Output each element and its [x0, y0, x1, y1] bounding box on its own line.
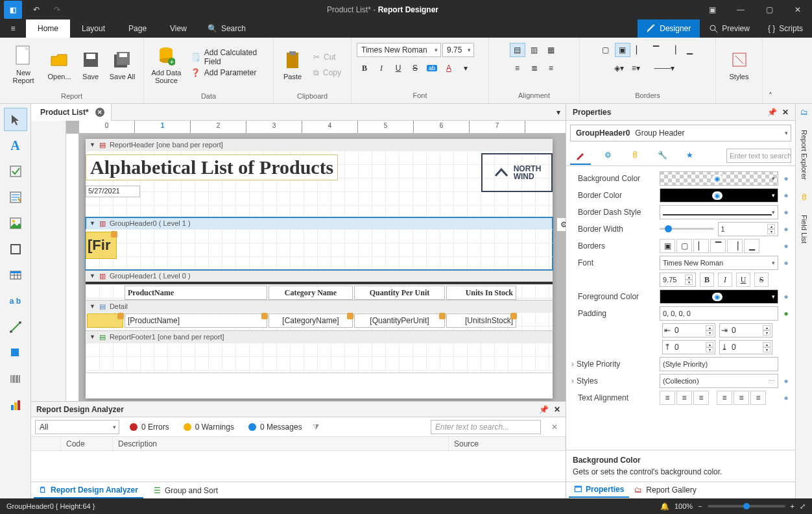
redo-button[interactable]: ↷: [47, 0, 67, 19]
props-tab-appearance[interactable]: [570, 147, 591, 165]
notifications-icon[interactable]: 🔔: [660, 502, 669, 511]
collapse-ribbon-button[interactable]: ˄: [763, 38, 778, 103]
add-calculated-field-button[interactable]: 🗒️ Add Calculated Field: [186, 50, 268, 64]
ribbon-options-button[interactable]: ▣: [698, 0, 726, 19]
paste-button[interactable]: Paste: [279, 40, 306, 90]
prop-text-alignment-value[interactable]: ≡ ≡ ≡ ≡ ≡ ≡: [660, 391, 778, 405]
prop-strike-button[interactable]: S: [754, 273, 769, 287]
color-picker-icon[interactable]: ◉: [712, 191, 722, 200]
border-top-button[interactable]: ▔: [649, 43, 664, 57]
prop-border-color-value[interactable]: ◉▾: [660, 188, 778, 202]
tab-analyzer[interactable]: 🗒Report Design Analyzer: [34, 483, 143, 498]
report-date-label[interactable]: 5/27/2021: [86, 186, 140, 197]
richtext-tool[interactable]: [4, 186, 27, 209]
border-width-button[interactable]: ≡▾: [628, 61, 644, 75]
detail-category[interactable]: [CategoryName]: [269, 313, 353, 328]
props-tab-misc[interactable]: 🔧: [652, 147, 673, 165]
zoom-in-button[interactable]: +: [791, 502, 794, 510]
zoom-slider[interactable]: [708, 505, 785, 508]
align-top-center-button[interactable]: ▥: [527, 43, 542, 57]
errors-stat[interactable]: 0 Errors: [126, 422, 173, 432]
band-report-header[interactable]: ▼ ▤ ReportHeader [one band per report] A…: [86, 139, 553, 217]
prop-style-priority-value[interactable]: (Style Priority): [660, 357, 778, 371]
add-parameter-button[interactable]: ❓ Add Parameter: [186, 66, 268, 80]
mode-scripts[interactable]: { } Scripts: [759, 19, 812, 38]
first-letter-label[interactable]: [Fir: [86, 232, 117, 259]
character-comb-tool[interactable]: a b: [4, 289, 27, 313]
font-size-combo[interactable]: 9.75▾: [442, 43, 474, 57]
band-group-header-1[interactable]: ▼ ▥ GroupHeader1 ( Level 0 ) ProductName…: [86, 270, 553, 300]
italic-button[interactable]: I: [374, 61, 389, 75]
forecolor-button[interactable]: A: [441, 61, 457, 75]
prop-padding-value[interactable]: 0, 0, 0, 0: [660, 306, 778, 321]
messages-stat[interactable]: 0 Messages: [245, 422, 306, 432]
border-width-slider[interactable]: [660, 222, 714, 236]
prop-background-color-value[interactable]: ◉▾: [660, 171, 778, 186]
pin-icon[interactable]: 📌: [539, 405, 549, 414]
doc-tab-menu[interactable]: ▾: [551, 108, 566, 117]
border-all-icon[interactable]: ▣: [660, 239, 675, 253]
line-tool[interactable]: [4, 315, 27, 339]
tab-properties[interactable]: 🗔Properties: [569, 482, 629, 498]
close-panel-icon[interactable]: ✕: [782, 108, 789, 117]
barcode-tool[interactable]: [4, 367, 27, 391]
analyzer-grid[interactable]: Code Description Source: [31, 437, 566, 482]
padding-top-input[interactable]: ⤒0▴▾: [662, 340, 715, 354]
label-tool[interactable]: A: [4, 134, 27, 157]
close-tab-button[interactable]: ✕: [95, 108, 104, 117]
table-tool[interactable]: [4, 263, 27, 287]
minimize-button[interactable]: —: [726, 0, 755, 19]
new-report-button[interactable]: New Report: [5, 40, 42, 90]
prop-border-dash-value[interactable]: ▾: [660, 205, 778, 219]
color-picker-icon[interactable]: ◉: [712, 175, 722, 183]
close-panel-icon[interactable]: ✕: [554, 405, 560, 414]
zoom-fit-icon[interactable]: ⤢: [800, 502, 806, 511]
pin-icon[interactable]: 📌: [767, 108, 777, 117]
analyzer-filter-combo[interactable]: All▾: [35, 420, 119, 434]
detail-first-cell[interactable]: [87, 313, 123, 328]
prop-border-width-value[interactable]: 1▴▾: [718, 222, 779, 236]
zoom-out-button[interactable]: −: [698, 502, 702, 510]
detail-units[interactable]: [UnitsInStock]: [446, 313, 516, 328]
border-left-button[interactable]: ▏: [632, 43, 647, 57]
file-menu-button[interactable]: ≡: [0, 19, 26, 38]
prop-font-name-value[interactable]: Times New Roman▾: [660, 256, 778, 270]
mode-designer[interactable]: Designer: [638, 19, 700, 38]
band-report-footer[interactable]: ▼ ▤ ReportFooter1 [one band per report]: [86, 331, 553, 373]
band-group-header-0[interactable]: ▼ ▥ GroupHeader0 ( Level 1 ) [Fir ⚙: [86, 217, 553, 270]
border-left-icon[interactable]: ▏: [693, 239, 709, 253]
tab-view[interactable]: View: [158, 19, 198, 38]
save-button[interactable]: Save: [77, 40, 104, 90]
open-button[interactable]: Open...: [44, 40, 75, 90]
border-style-button[interactable]: ───▾: [645, 61, 684, 75]
border-none-button[interactable]: ▢: [598, 43, 614, 57]
border-top-icon[interactable]: ▔: [710, 239, 726, 253]
field-list-tab[interactable]: Field List: [800, 211, 808, 247]
align-top-right-button[interactable]: ▦: [543, 43, 559, 57]
prop-styles-value[interactable]: (Collection)⋯: [660, 374, 778, 388]
expand-icon[interactable]: ›: [571, 360, 577, 369]
prop-bold-button[interactable]: B: [700, 273, 714, 287]
report-explorer-tab[interactable]: Report Explorer: [800, 126, 808, 184]
border-color-button[interactable]: ◈▾: [612, 61, 627, 75]
border-right-icon[interactable]: ▕: [727, 239, 743, 253]
collapse-band-icon[interactable]: ▼: [90, 303, 95, 310]
collapse-band-icon[interactable]: ▼: [90, 141, 95, 148]
font-options-button[interactable]: ▾: [458, 61, 473, 75]
copy-button[interactable]: ⧉Copy: [309, 66, 346, 80]
bold-button[interactable]: B: [357, 61, 372, 75]
picture-tool[interactable]: [4, 212, 27, 235]
add-data-source-button[interactable]: + Add Data Source: [149, 40, 184, 90]
prop-foreground-color-value[interactable]: ◉▾: [660, 289, 778, 304]
border-none-icon[interactable]: ▢: [676, 239, 692, 253]
border-all-button[interactable]: ▣: [615, 43, 630, 57]
tab-layout[interactable]: Layout: [70, 19, 117, 38]
col-header-units[interactable]: Units In Stock: [446, 286, 516, 300]
expand-icon[interactable]: ›: [571, 376, 577, 386]
document-tab[interactable]: Product List* ✕: [31, 104, 112, 121]
collapse-band-icon[interactable]: ▼: [90, 334, 95, 340]
padding-left-input[interactable]: ⇤0▴▾: [662, 323, 715, 337]
col-header-qty[interactable]: Quantity Per Unit: [354, 286, 445, 300]
border-bottom-button[interactable]: ▁: [682, 43, 698, 57]
cut-button[interactable]: ✂Cut: [309, 50, 346, 64]
